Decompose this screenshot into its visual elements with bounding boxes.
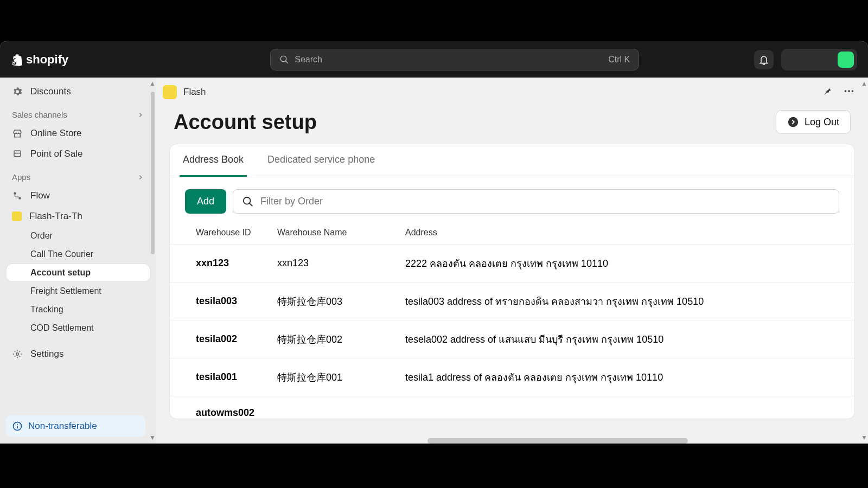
chevron-right-icon (137, 111, 144, 119)
cell-name: 特斯拉仓库001 (277, 371, 405, 384)
search-placeholder: Search (295, 55, 322, 65)
search-icon (279, 55, 289, 65)
gear-icon (12, 86, 23, 97)
logout-label: Log Out (805, 117, 839, 128)
sidebar-item-label: Point of Sale (30, 149, 82, 159)
sidebar-sub-order[interactable]: Order (7, 227, 150, 245)
svg-point-10 (845, 90, 847, 92)
filter-input-wrap[interactable] (233, 189, 839, 214)
brand-logo[interactable]: shopify (11, 53, 68, 67)
tab-dedicated-phone[interactable]: Dedicated service phone (264, 144, 378, 177)
account-card: Address Book Dedicated service phone Add… (169, 144, 855, 419)
svg-line-15 (250, 203, 253, 206)
logout-button[interactable]: Log Out (776, 110, 851, 134)
svg-point-8 (17, 424, 18, 425)
table-row[interactable]: tesila002 特斯拉仓库002 tesela002 address of … (170, 320, 854, 358)
sidebar-sub-account-setup[interactable]: Account setup (7, 264, 150, 281)
flow-icon (12, 190, 23, 201)
sidebar-sub-call-courier[interactable]: Call The Courier (7, 246, 150, 263)
scroll-down-arrow: ▼ (149, 434, 156, 441)
section-label: Apps (12, 172, 30, 182)
sidebar-item-label: Settings (30, 349, 63, 359)
sidebar-sub-cod-settlement[interactable]: COD Settlement (7, 319, 150, 337)
main-content: Flash Account setup Log Out Address Book… (156, 78, 868, 444)
info-icon (12, 421, 23, 432)
cell-address: tesela002 address of แสนแสบ มีนบุรี กรุง… (405, 331, 839, 347)
search-input[interactable]: Search Ctrl K (270, 49, 639, 70)
sidebar-sub-freight-settlement[interactable]: Freight Settlement (7, 282, 150, 300)
table-row[interactable]: tesila001 特斯拉仓库001 tesila1 address of คล… (170, 358, 854, 396)
pin-button[interactable] (822, 86, 832, 98)
cell-id: tesila002 (196, 333, 277, 345)
table-row[interactable]: tesila003 特斯拉仓库003 tesila003 address of … (170, 282, 854, 320)
scroll-up-arrow: ▲ (861, 80, 867, 87)
table-row[interactable]: autowms002 (170, 396, 854, 419)
search-shortcut: Ctrl K (608, 55, 630, 65)
table-body: xxn123 xxn123 2222 คลองตัน คลองเตย กรุงเ… (170, 244, 854, 419)
non-transferable-badge[interactable]: Non-transferable (5, 415, 145, 437)
svg-point-12 (852, 90, 854, 92)
app-name: Flash (183, 87, 206, 98)
sidebar-settings[interactable]: Settings (7, 344, 150, 364)
pos-icon (12, 149, 23, 159)
sidebar-item-label: Discounts (30, 86, 71, 97)
logout-icon (787, 116, 799, 128)
svg-point-0 (280, 56, 286, 62)
scroll-up-arrow: ▲ (149, 80, 156, 87)
cell-name: 特斯拉仓库003 (277, 295, 405, 308)
section-label: Sales channels (12, 110, 67, 119)
filter-input[interactable] (260, 196, 830, 207)
sidebar-app-flow[interactable]: Flow (7, 186, 150, 206)
page-title: Account setup (174, 111, 317, 134)
svg-point-6 (16, 353, 19, 356)
store-icon (12, 128, 23, 139)
cell-id: autowms002 (196, 407, 277, 419)
scroll-down-arrow: ▼ (861, 434, 867, 441)
app-header: Flash (156, 78, 868, 107)
account-menu[interactable] (781, 49, 857, 70)
sidebar: Discounts Sales channels Online Store Po… (0, 78, 156, 444)
sidebar-item-label: Online Store (30, 128, 82, 139)
scroll-thumb[interactable] (151, 92, 155, 254)
sidebar-sub-tracking[interactable]: Tracking (7, 301, 150, 318)
col-header-address: Address (405, 228, 839, 237)
svg-point-13 (788, 117, 798, 127)
gear-icon (12, 349, 23, 359)
svg-point-4 (14, 192, 16, 195)
cell-name: xxn123 (277, 258, 405, 269)
svg-point-11 (848, 90, 850, 92)
chevron-right-icon (137, 174, 144, 181)
tab-address-book[interactable]: Address Book (180, 144, 247, 177)
cell-address: tesila003 address of ทรายกองดิน คลองสามว… (405, 293, 839, 309)
sidebar-app-flash[interactable]: Flash-Tra-Th (7, 207, 150, 226)
svg-point-14 (244, 197, 251, 204)
col-header-id: Warehouse ID (196, 228, 277, 237)
sidebar-item-label: Flow (30, 190, 50, 201)
sidebar-section-sales-channels[interactable]: Sales channels (7, 102, 150, 124)
add-button[interactable]: Add (185, 189, 226, 214)
sidebar-point-of-sale[interactable]: Point of Sale (7, 144, 150, 164)
main-scrollbar[interactable]: ▲ ▼ (860, 78, 868, 444)
sidebar-scrollbar[interactable]: ▲ ▼ (149, 78, 156, 444)
notifications-button[interactable] (754, 50, 774, 69)
more-button[interactable] (843, 85, 855, 99)
horizontal-scrollbar[interactable] (427, 438, 688, 444)
search-icon (242, 196, 254, 208)
svg-point-5 (18, 197, 21, 200)
cell-name: 特斯拉仓库002 (277, 333, 405, 346)
avatar (838, 52, 854, 68)
bell-icon (758, 54, 769, 65)
sidebar-online-store[interactable]: Online Store (7, 124, 150, 143)
brand-name: shopify (26, 53, 68, 67)
flash-app-icon (163, 85, 177, 99)
tabs: Address Book Dedicated service phone (170, 144, 854, 177)
topbar: shopify Search Ctrl K (0, 41, 868, 78)
sidebar-discounts[interactable]: Discounts (7, 82, 150, 101)
sidebar-section-apps[interactable]: Apps (7, 165, 150, 186)
svg-line-1 (285, 61, 288, 63)
table-row[interactable]: xxn123 xxn123 2222 คลองตัน คลองเตย กรุงเ… (170, 244, 854, 282)
badge-label: Non-transferable (28, 421, 97, 432)
flash-app-icon (12, 211, 22, 221)
cell-address: 2222 คลองตัน คลองเตย กรุงเทพ กรุงเทพ 101… (405, 255, 839, 271)
sidebar-item-label: Flash-Tra-Th (29, 211, 82, 222)
